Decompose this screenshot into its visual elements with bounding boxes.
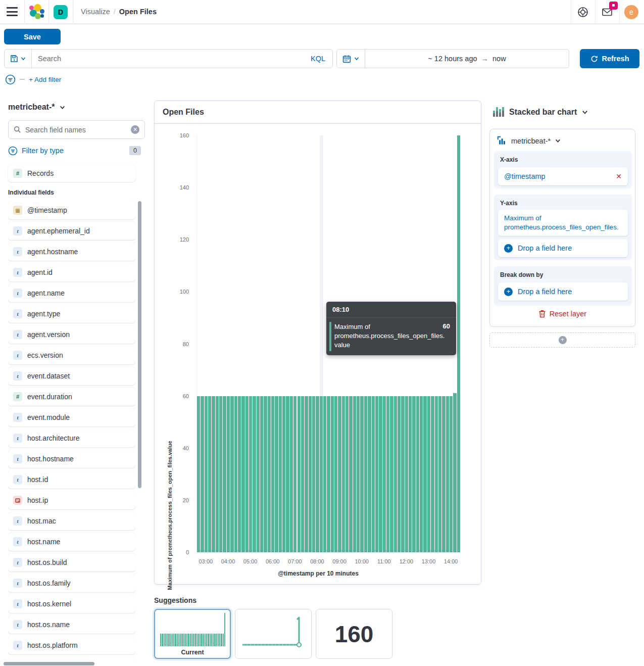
field-item[interactable]: thost.os.name (8, 615, 135, 634)
chart-type-switcher[interactable]: Stacked bar chart (493, 107, 588, 117)
bar[interactable] (301, 396, 304, 552)
bar[interactable] (286, 396, 289, 552)
bar[interactable] (241, 396, 244, 552)
bar[interactable] (375, 396, 378, 552)
bar[interactable] (357, 396, 360, 552)
index-pattern-switcher[interactable]: metricbeat-* (8, 103, 65, 112)
bar[interactable] (435, 396, 438, 552)
saved-query-menu-button[interactable] (5, 50, 32, 68)
help-icon[interactable] (577, 6, 589, 18)
bar[interactable] (368, 396, 371, 552)
field-item[interactable]: thost.id (8, 470, 135, 489)
menu-icon[interactable] (7, 7, 18, 17)
bar[interactable] (271, 396, 274, 552)
bar[interactable] (238, 396, 241, 552)
field-item[interactable]: tagent.type (8, 305, 135, 323)
bar[interactable] (386, 396, 389, 552)
field-item[interactable]: tevent.dataset (8, 367, 135, 385)
bar[interactable] (309, 396, 312, 552)
bar[interactable] (290, 396, 293, 552)
bar[interactable] (331, 396, 334, 552)
bar[interactable] (223, 396, 226, 552)
space-switcher[interactable]: D (54, 5, 68, 19)
bar[interactable] (264, 396, 267, 552)
bar[interactable] (349, 396, 352, 552)
bar[interactable] (245, 396, 249, 552)
bar[interactable] (338, 396, 341, 552)
bar[interactable] (379, 396, 382, 552)
bar[interactable] (212, 396, 215, 552)
time-range-display[interactable]: ~ 12 hours ago→now (365, 55, 569, 63)
bar[interactable] (275, 396, 278, 552)
bar[interactable] (416, 396, 419, 552)
bar[interactable] (323, 396, 326, 552)
field-item[interactable]: #event.duration (8, 388, 135, 406)
sidebar-horizontal-scrollbar[interactable] (4, 662, 94, 665)
elastic-logo-icon[interactable] (28, 4, 44, 20)
field-item[interactable]: thost.hostname (8, 450, 135, 468)
breakdown-drop-target[interactable]: + Drop a field here (498, 282, 628, 301)
bar[interactable] (390, 396, 393, 552)
bar[interactable] (442, 396, 445, 552)
bar[interactable] (446, 396, 449, 552)
field-item[interactable]: tagent.name (8, 284, 135, 302)
bar[interactable] (197, 396, 200, 552)
bar[interactable] (216, 396, 219, 552)
filter-by-type[interactable]: Filter by type 0 (8, 145, 141, 157)
reset-layer-button[interactable]: Reset layer (490, 310, 635, 318)
bar[interactable] (327, 396, 330, 552)
search-input[interactable] (32, 55, 304, 63)
bar[interactable] (334, 396, 337, 552)
bar[interactable] (398, 396, 401, 552)
bar[interactable] (293, 396, 296, 552)
records-field[interactable]: # Records (8, 165, 135, 182)
kql-toggle[interactable]: KQL (304, 55, 332, 63)
add-filter-button[interactable]: + Add filter (29, 76, 61, 83)
bar[interactable] (253, 396, 256, 552)
field-item[interactable]: tevent.module (8, 408, 135, 426)
bar[interactable] (372, 396, 375, 552)
add-layer-button[interactable]: + (489, 332, 635, 348)
bar[interactable] (249, 396, 252, 552)
clear-search-icon[interactable]: ✕ (131, 125, 139, 134)
refresh-button[interactable]: Refresh (580, 49, 639, 68)
bar[interactable] (438, 396, 441, 552)
bar[interactable] (405, 396, 408, 552)
calendar-menu-button[interactable] (337, 50, 365, 68)
suggestion-line-chart[interactable] (235, 609, 312, 659)
field-item[interactable]: IPhost.ip (8, 491, 135, 509)
field-search-input[interactable] (25, 126, 127, 134)
bar[interactable] (234, 396, 237, 552)
field-item[interactable]: tagent.version (8, 325, 135, 344)
breadcrumb-visualize[interactable]: Visualize (81, 8, 110, 16)
field-item[interactable]: thost.architecture (8, 429, 135, 447)
avatar[interactable]: e (624, 5, 638, 19)
bar[interactable] (305, 396, 308, 552)
bar[interactable] (268, 396, 271, 552)
bar[interactable] (230, 396, 233, 552)
remove-dimension-icon[interactable]: ✕ (616, 172, 622, 180)
bar[interactable] (431, 396, 434, 552)
bar[interactable] (345, 396, 349, 552)
layer-index-pattern-switcher[interactable]: metricbeat-* (490, 129, 635, 151)
field-item[interactable]: thost.os.family (8, 574, 135, 592)
field-item[interactable]: tagent.ephemeral_id (8, 222, 135, 240)
bar[interactable] (427, 396, 430, 552)
bar[interactable] (453, 393, 456, 552)
bar[interactable] (383, 396, 386, 552)
bar[interactable] (409, 396, 412, 552)
field-item[interactable]: thost.os.kernel (8, 595, 135, 613)
bar[interactable] (227, 396, 230, 552)
bar[interactable] (423, 396, 426, 552)
bar[interactable] (312, 396, 315, 552)
bar[interactable] (420, 396, 423, 552)
filter-icon[interactable] (5, 74, 16, 85)
field-item[interactable]: ▦@timestamp (8, 201, 135, 219)
y-axis-dimension[interactable]: Maximum ofprometheus.process_files_open_… (498, 210, 628, 236)
bar[interactable] (320, 396, 323, 552)
suggestion-metric[interactable]: 160 (316, 609, 392, 659)
field-item[interactable]: tecs.version (8, 346, 135, 364)
bar[interactable] (279, 396, 282, 552)
bar[interactable] (353, 396, 356, 552)
bar[interactable] (316, 396, 319, 552)
